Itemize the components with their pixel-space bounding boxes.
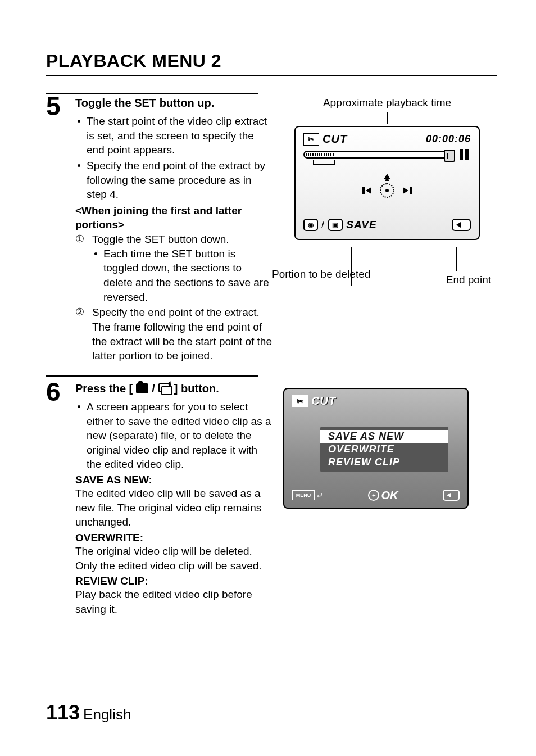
divider [46,375,258,377]
step-5-join-heading: <When joining the first and latter porti… [75,203,272,232]
stack-rounded-icon: ▣ [328,219,343,231]
stack-icon [158,383,171,393]
progress-bar [303,151,454,159]
divider [46,93,258,94]
step-5-bullet-1: The start point of the video clip extrac… [87,114,272,157]
step-number-5: 5 [46,93,65,119]
save-label: SAVE [346,219,376,231]
step-number-6: 6 [46,379,65,405]
callout-line [387,112,388,124]
ok-circle-icon: ✦ [368,490,379,501]
lcd-screen-1: ✂ CUT 00:00:06 [294,126,480,240]
step-6-title-post: ] button. [174,382,219,395]
cut-label-2: CUT [311,395,336,408]
callout-line [351,247,352,286]
circled-1-sub: Each time the SET button is toggled down… [103,247,272,305]
save-as-new-label: SAVE AS NEW: [75,474,272,486]
overwrite-desc: The original video clip will be deleted.… [75,544,272,573]
scissors-icon: ✂ [292,395,308,407]
progress-thumb [444,150,455,162]
step-6-title-pre: Press the [ [75,382,133,395]
progress-fill [306,153,335,156]
menu-icon: MENU [292,490,315,500]
overwrite-label: OVERWRITE: [75,532,272,544]
step-6: 6 Press the [ / ] button. A screen appea… [46,382,497,617]
option-overwrite: OVERWRITE [328,443,440,456]
page-number: 113 [46,701,80,724]
review-clip-label: REVIEW CLIP: [75,575,272,587]
callout-line [456,247,457,271]
option-save-as-new: SAVE AS NEW [320,430,448,443]
page: PLAYBACK MENU 2 5 Toggle the SET button … [0,0,536,756]
scissors-icon: ✂ [303,133,319,146]
end-point-label: End point [446,274,491,286]
circled-2-icon: ② [75,305,84,319]
approx-playback-time-label: Approximate playback time [283,97,491,109]
step-5-bullet-2: Specify the end point of the extract by … [87,159,272,202]
option-review-clip: REVIEW CLIP [328,456,440,469]
step-5-circled-1: ① Toggle the SET button down. Each time … [75,232,272,304]
camera-icon [136,383,148,393]
return-icon [443,490,460,501]
diagram-cut-screen: Approximate playback time ✂ CUT 00:00:06 [283,97,491,280]
camera-rounded-icon: ◉ [303,219,318,231]
page-title: PLAYBACK MENU 2 [46,51,497,76]
segment-marker [313,160,335,165]
ok-label: OK [381,489,398,502]
cut-label: CUT [322,133,347,146]
page-language: English [83,706,131,723]
page-footer: 113English [46,701,131,725]
step-6-title: Press the [ / ] button. [75,382,272,395]
circled-2-text: Specify the end point of the extract. Th… [92,306,272,361]
playback-time: 00:00:06 [426,133,471,145]
pause-icon [457,149,471,160]
circled-1-text: Toggle the SET button down. [92,233,229,245]
return-icon [452,219,471,231]
step-5: 5 Toggle the SET button up. The start po… [46,97,497,364]
review-clip-desc: Play back the edited video clip before s… [75,587,272,616]
step-6-bullet: A screen appears for you to select eithe… [87,400,272,472]
diagram-save-screen: ✂ CUT SAVE AS NEW OVERWRITE REVIEW CLIP … [283,382,491,509]
return-arrow-icon: ⤶ [316,490,323,501]
step-5-title: Toggle the SET button up. [75,97,272,110]
dpad-icon [370,175,404,206]
save-options-list: SAVE AS NEW OVERWRITE REVIEW CLIP [320,427,448,472]
lcd-screen-2: ✂ CUT SAVE AS NEW OVERWRITE REVIEW CLIP … [283,388,469,509]
circled-1-icon: ① [75,232,84,246]
save-as-new-desc: The edited video clip will be saved as a… [75,486,272,529]
step-5-circled-2: ② Specify the end point of the extract. … [75,305,272,363]
